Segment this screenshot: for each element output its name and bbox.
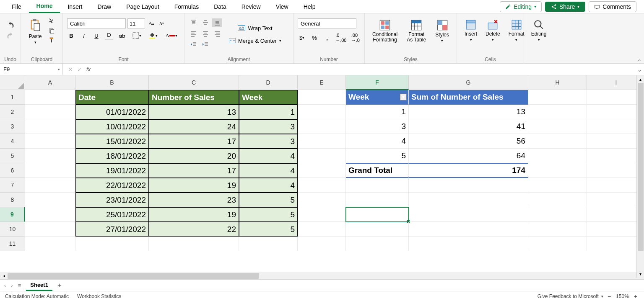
cell[interactable]: 5 [346, 149, 409, 163]
workbook-stats-button[interactable]: Workbook Statistics [77, 293, 121, 299]
tab-review[interactable]: Review [234, 1, 268, 13]
cell[interactable] [346, 178, 409, 193]
align-top-button[interactable] [189, 18, 199, 27]
scroll-up-button[interactable]: ▴ [639, 75, 641, 83]
conditional-formatting-button[interactable]: Conditional Formatting [369, 18, 401, 44]
cell[interactable] [528, 105, 587, 119]
cell[interactable]: 18/01/2022 [75, 149, 149, 163]
accounting-format-button[interactable]: $ ▾ [298, 33, 306, 42]
cell[interactable] [587, 178, 644, 193]
cell[interactable]: 3 [239, 119, 298, 134]
pivot-grand-total-value[interactable]: 174 [409, 163, 528, 178]
sheet-nav-next[interactable]: › [11, 282, 13, 288]
cell[interactable]: 4 [346, 134, 409, 149]
vscroll-thumb[interactable] [638, 83, 644, 251]
cell[interactable]: Number of Sales [149, 90, 239, 105]
cell[interactable]: 24 [149, 119, 239, 134]
cell[interactable] [587, 207, 644, 222]
col-head-D[interactable]: D [239, 75, 298, 90]
insert-cells-button[interactable]: Insert▾ [461, 18, 480, 44]
cell[interactable]: 23/01/2022 [75, 193, 149, 207]
cell[interactable] [528, 237, 587, 251]
row-head-11[interactable]: 11 [0, 237, 25, 251]
pivot-filter-button[interactable]: ▾ [400, 94, 407, 100]
active-cell[interactable] [346, 207, 409, 222]
cell[interactable]: 10/01/2022 [75, 119, 149, 134]
cell[interactable]: 4 [239, 163, 298, 178]
vertical-scrollbar[interactable]: ▴ ▾ [636, 75, 644, 278]
tab-view[interactable]: View [268, 1, 296, 13]
cell[interactable] [298, 193, 346, 207]
row-head-8[interactable]: 8 [0, 193, 25, 207]
delete-cells-button[interactable]: Delete▾ [482, 18, 504, 44]
row-head-7[interactable]: 7 [0, 178, 25, 193]
cell[interactable] [346, 222, 409, 237]
cell[interactable] [528, 134, 587, 149]
percent-format-button[interactable]: % [310, 33, 319, 42]
cell[interactable] [528, 178, 587, 193]
tab-help[interactable]: Help [296, 1, 323, 13]
format-painter-button[interactable] [47, 36, 57, 44]
cell[interactable] [25, 163, 75, 178]
cell[interactable] [298, 119, 346, 134]
col-head-H[interactable]: H [528, 75, 587, 90]
cell[interactable] [346, 193, 409, 207]
cell[interactable] [346, 237, 409, 251]
name-box[interactable]: F9 [0, 64, 63, 75]
cell[interactable] [587, 237, 644, 251]
cell[interactable] [25, 119, 75, 134]
cell[interactable] [587, 163, 644, 178]
cancel-formula-icon[interactable]: ✕ [68, 66, 73, 73]
row-head-6[interactable]: 6 [0, 163, 25, 178]
cell[interactable] [587, 119, 644, 134]
row-head-10[interactable]: 10 [0, 222, 25, 237]
editing-group-button[interactable]: Editing▾ [528, 16, 549, 44]
tab-page-layout[interactable]: Page Layout [119, 1, 167, 13]
cell[interactable]: 3 [239, 134, 298, 149]
add-sheet-button[interactable]: + [57, 282, 61, 289]
hscroll-thumb[interactable] [8, 273, 259, 279]
sheet-nav-prev[interactable]: ‹ [4, 282, 6, 288]
select-all-corner[interactable] [0, 75, 25, 90]
zoom-level[interactable]: 150% [616, 293, 629, 299]
cell[interactable]: 23 [149, 193, 239, 207]
cell[interactable]: 13 [409, 105, 528, 119]
enter-formula-icon[interactable]: ✓ [77, 66, 82, 73]
cell[interactable]: 4 [239, 178, 298, 193]
font-family-select[interactable] [67, 18, 126, 28]
cell[interactable] [25, 134, 75, 149]
cell[interactable]: 5 [239, 193, 298, 207]
col-head-E[interactable]: E [298, 75, 346, 90]
underline-button[interactable]: U [92, 31, 101, 40]
align-right-button[interactable] [212, 29, 222, 38]
cell[interactable] [409, 222, 528, 237]
cell[interactable]: 27/01/2022 [75, 222, 149, 237]
align-center-button[interactable] [200, 29, 210, 38]
bold-button[interactable]: B [67, 31, 75, 40]
fx-icon[interactable]: fx [86, 66, 91, 72]
cell[interactable]: 41 [409, 119, 528, 134]
zoom-in-button[interactable]: + [632, 293, 639, 300]
feedback-button[interactable]: Give Feedback to Microsoft [538, 293, 599, 299]
cell[interactable] [25, 222, 75, 237]
cell[interactable] [25, 149, 75, 163]
pivot-value-header[interactable]: Sum of Number of Sales [409, 90, 528, 105]
cell[interactable] [298, 222, 346, 237]
cell[interactable] [298, 149, 346, 163]
font-color-button[interactable]: A▾ [164, 31, 179, 40]
cell[interactable]: 01/01/2022 [75, 105, 149, 119]
italic-button[interactable]: I [80, 31, 88, 40]
cell[interactable]: 15/01/2022 [75, 134, 149, 149]
cell[interactable] [528, 149, 587, 163]
cell[interactable] [587, 90, 644, 105]
row-head-3[interactable]: 3 [0, 119, 25, 134]
cell[interactable] [409, 207, 528, 222]
cell[interactable] [298, 105, 346, 119]
format-as-table-button[interactable]: Format As Table [402, 18, 430, 44]
cell[interactable] [298, 178, 346, 193]
col-head-G[interactable]: G [409, 75, 528, 90]
cell[interactable] [298, 134, 346, 149]
cell[interactable]: 17 [149, 134, 239, 149]
borders-button[interactable]: ▾ [131, 31, 143, 40]
cell[interactable] [587, 222, 644, 237]
